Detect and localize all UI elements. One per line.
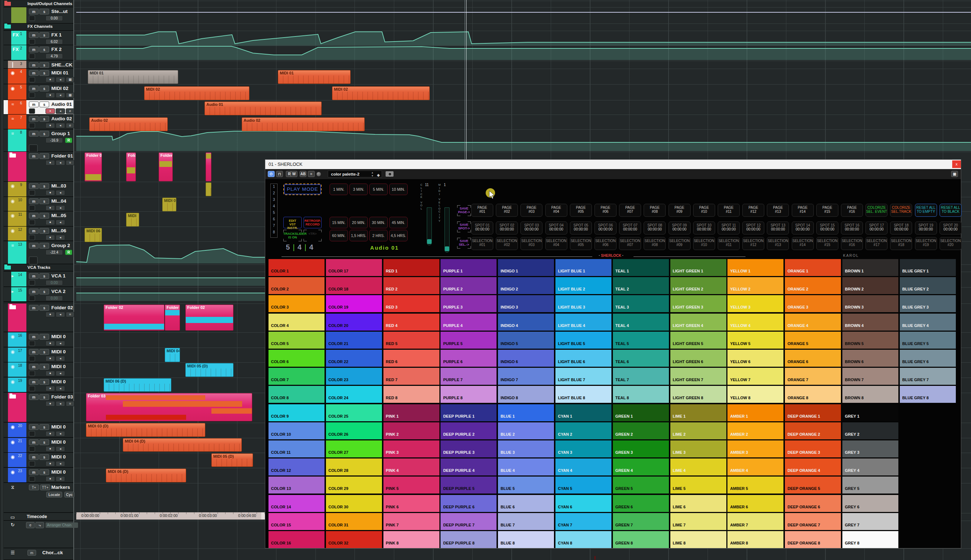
track-mute-button[interactable]: m bbox=[29, 334, 39, 340]
record-enable-checkbox[interactable] bbox=[29, 356, 35, 361]
record-enable-checkbox[interactable] bbox=[29, 15, 35, 21]
track-row[interactable]: FX1msFX 16.02 bbox=[3, 31, 73, 45]
arranger-icon[interactable]: ⬎ bbox=[35, 522, 44, 528]
palette-cell[interactable]: TEAL 6 bbox=[613, 350, 669, 367]
track-mute-button[interactable]: m bbox=[29, 70, 39, 76]
palette-cell[interactable]: GREEN 2 bbox=[613, 422, 669, 439]
track-row[interactable]: ◉16msMIDI 0●◂ bbox=[3, 332, 73, 347]
record-button[interactable]: ● bbox=[45, 461, 55, 467]
monitor-button[interactable]: ◂ bbox=[56, 371, 65, 376]
page-button[interactable]: PAGE#13 bbox=[767, 204, 789, 217]
track-mute-button[interactable]: m bbox=[29, 213, 39, 218]
palette-cell[interactable]: ORANGE 4 bbox=[785, 313, 841, 331]
palette-cell[interactable]: COLOR 29 bbox=[326, 477, 382, 493]
selection-button[interactable]: SELECTION#14 bbox=[792, 237, 814, 250]
action-button[interactable]: RESET ALLTO EMPTY bbox=[915, 204, 937, 217]
palette-cell[interactable]: GREY 2 bbox=[843, 422, 898, 439]
record-button[interactable]: ● bbox=[45, 92, 55, 98]
palette-cell[interactable]: BLUE GREY 3 bbox=[900, 295, 956, 312]
palette-cell[interactable]: PINK 1 bbox=[384, 404, 439, 421]
palette-cell[interactable]: LIME 6 bbox=[670, 495, 726, 512]
palette-cell[interactable]: LIGHT GREEN 5 bbox=[670, 332, 726, 348]
palette-cell[interactable]: COLOR 13 bbox=[269, 477, 325, 493]
drum-editor-button[interactable]: ▦ bbox=[66, 77, 75, 82]
clip-part[interactable] bbox=[127, 167, 135, 173]
selection-button[interactable]: SELECTION#10 bbox=[693, 237, 715, 250]
palette-cell[interactable]: DEEP PURPLE 4 bbox=[440, 458, 497, 475]
spot-button[interactable]: SPOT 1700:00:00 bbox=[866, 222, 888, 235]
track-row[interactable]: ≡13msGroup 2-22.4R bbox=[3, 241, 73, 264]
track-mute-button[interactable]: m bbox=[29, 394, 39, 400]
selection-button[interactable]: SELECTION#20 bbox=[939, 237, 962, 250]
preset-diamond-icon[interactable]: ◈ bbox=[377, 172, 380, 178]
palette-cell[interactable]: COLOR 11 bbox=[269, 440, 325, 457]
palette-cell[interactable]: COLOR 7 bbox=[269, 368, 325, 385]
palette-cell[interactable]: LIGHT BLUE 7 bbox=[556, 368, 611, 385]
track-solo-button[interactable]: s bbox=[39, 183, 49, 189]
ghost-button[interactable]: <TR> bbox=[304, 230, 322, 241]
palette-cell[interactable]: LIGHT BLUE 4 bbox=[556, 313, 611, 331]
palette-cell[interactable]: PINK 3 bbox=[384, 440, 439, 457]
edit-channel-button[interactable]: e bbox=[66, 123, 75, 128]
track-mute-button[interactable]: m bbox=[29, 424, 39, 430]
palette-cell[interactable]: INDIGO 8 bbox=[498, 386, 554, 403]
record-button[interactable]: ● bbox=[45, 371, 55, 376]
track-mute-button[interactable]: m bbox=[29, 439, 39, 445]
palette-cell[interactable]: CYAN 7 bbox=[556, 513, 611, 530]
spot-button[interactable]: SPOT 1400:00:00 bbox=[792, 222, 814, 235]
palette-cell[interactable]: DEEP ORANGE 1 bbox=[785, 404, 841, 421]
palette-cell[interactable]: DEEP ORANGE 6 bbox=[785, 495, 841, 512]
clip-part[interactable] bbox=[106, 415, 186, 420]
record-button[interactable]: ● bbox=[45, 220, 55, 225]
palette-cell[interactable]: DEEP PURPLE 1 bbox=[440, 404, 497, 421]
palette-cell[interactable]: ORANGE 5 bbox=[785, 332, 841, 348]
monitor-button[interactable]: ◂ bbox=[56, 476, 65, 482]
track-mute-button[interactable]: m bbox=[29, 116, 39, 122]
record-button[interactable]: ● bbox=[45, 190, 55, 195]
page-button[interactable]: PAGE#11 bbox=[718, 204, 740, 217]
track-solo-button[interactable]: s bbox=[39, 424, 49, 430]
palette-cell[interactable]: COLOR 6 bbox=[269, 350, 325, 367]
palette-cell[interactable]: LIGHT BLUE 5 bbox=[556, 332, 611, 348]
selection-button[interactable]: SELECTION#18 bbox=[890, 237, 912, 250]
selection-button[interactable]: SELECTION#06 bbox=[594, 237, 617, 250]
palette-cell[interactable]: TEAL 8 bbox=[613, 386, 669, 403]
palette-cell[interactable]: GREY 3 bbox=[843, 440, 898, 457]
page-button[interactable]: PAGE#09 bbox=[669, 204, 691, 217]
palette-cell[interactable]: YELLOW 7 bbox=[727, 368, 783, 385]
monitor-button[interactable]: ◂ bbox=[56, 220, 65, 225]
timer-button-5MIN[interactable]: 5 MIN. bbox=[369, 183, 388, 195]
power-icon[interactable]: ⏻ bbox=[268, 171, 275, 177]
palette-cell[interactable]: COLOR 16 bbox=[269, 531, 325, 548]
record-enable-checkbox[interactable] bbox=[29, 53, 35, 59]
palette-cell[interactable]: LIGHT BLUE 6 bbox=[556, 350, 611, 367]
track-mute-button[interactable]: m bbox=[29, 198, 39, 204]
track-solo-button[interactable]: s bbox=[39, 394, 49, 400]
track-solo-button[interactable]: s bbox=[39, 305, 49, 311]
palette-cell[interactable]: TEAL 4 bbox=[613, 313, 669, 331]
palette-cell[interactable]: RED 6 bbox=[384, 350, 439, 367]
palette-cell[interactable]: PINK 6 bbox=[384, 495, 439, 512]
clip[interactable]: MIDI 01 bbox=[88, 70, 178, 84]
palette-cell[interactable]: AMBER 2 bbox=[727, 422, 783, 439]
palette-cell[interactable]: LIME 4 bbox=[670, 458, 726, 475]
action-button[interactable]: COLORIZESEL. EVENT bbox=[866, 204, 888, 217]
track-solo-button[interactable]: s bbox=[39, 228, 49, 234]
spot-button[interactable]: SPOT 0600:00:00 bbox=[594, 222, 617, 235]
clip[interactable]: MIDI 05 (D) bbox=[212, 453, 253, 467]
monitor-button[interactable]: ◂ bbox=[56, 446, 65, 452]
palette-cell[interactable]: PURPLE 8 bbox=[440, 386, 497, 403]
record-enable-checkbox[interactable] bbox=[29, 371, 35, 376]
palette-cell[interactable]: COLOR 27 bbox=[326, 440, 382, 457]
track-mute-button[interactable]: m bbox=[29, 47, 39, 52]
record-enable-checkbox[interactable] bbox=[29, 205, 35, 211]
palette-cell[interactable]: DEEP PURPLE 5 bbox=[440, 477, 497, 493]
group-edit-button[interactable]: ≡ bbox=[66, 401, 75, 407]
camera-icon[interactable] bbox=[385, 171, 394, 177]
marker-add-button[interactable]: T+ bbox=[29, 485, 39, 490]
track-mute-button[interactable]: m bbox=[29, 32, 39, 38]
palette-cell[interactable]: PURPLE 2 bbox=[440, 277, 497, 294]
track-mute-button[interactable]: m bbox=[29, 469, 39, 475]
track-row[interactable]: ◉9msMI...03●◂ bbox=[3, 182, 73, 197]
track-mute-button[interactable]: m bbox=[29, 102, 39, 107]
